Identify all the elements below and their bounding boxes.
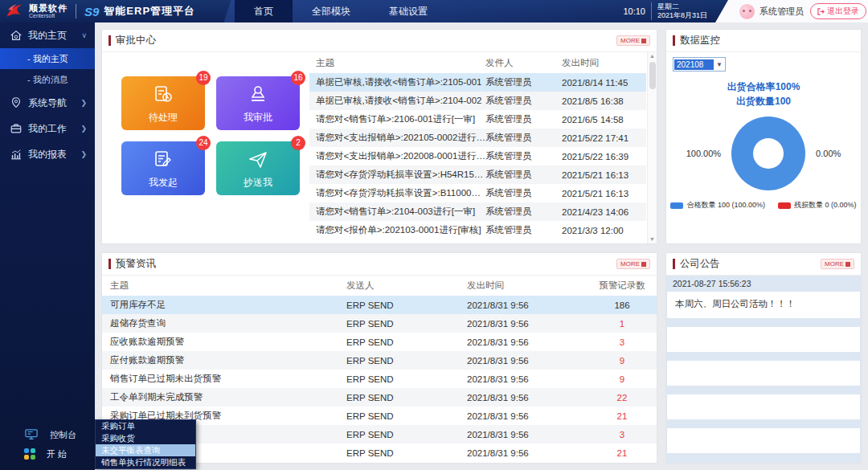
console-button[interactable]: 控制台 <box>0 425 95 444</box>
approval-scrollbar[interactable]: ▲ ▼ <box>647 52 657 243</box>
cell: 2021/5/22 16:39 <box>562 152 646 161</box>
alert-row[interactable]: 应收账款逾期预警ERP SEND2021/8/31 9:563 <box>102 333 657 351</box>
approval-row[interactable]: 单据已审核,请接收<销售订单>:2105-001系统管理员2021/8/14 1… <box>309 73 646 92</box>
title-accent-bar <box>108 35 111 46</box>
company-logo-icon <box>5 2 24 21</box>
tile-cc-me[interactable]: 2 抄送我 <box>216 141 300 195</box>
sidebar-item-my-reports[interactable]: 我的报表 ❯ <box>0 141 95 167</box>
cell: 应付账款逾期预警 <box>102 354 346 366</box>
cell: 可用库存不足 <box>102 299 346 311</box>
clock-date-block: 星期二 2021年8月31日 <box>651 2 707 20</box>
sidebar-item-system-nav[interactable]: 系统导航 ❯ <box>0 90 95 116</box>
alert-row[interactable]: 应付账款逾期预警ERP SEND2021/8/31 9:569 <box>102 351 657 370</box>
cell: 22 <box>588 393 657 403</box>
announcements-more-button[interactable]: MORE <box>821 259 854 269</box>
approval-row[interactable]: 单据已审核,请接收<销售订单>:2104-002系统管理员2021/8/5 16… <box>309 92 646 110</box>
approval-row[interactable]: 请您对<支出报销单>:202105-0002进行[审核]系统管理员2021/5/… <box>309 129 646 147</box>
period-select-value: 202108 <box>674 59 714 70</box>
alert-row[interactable]: 可用库存不足ERP SEND2021/8/31 9:56186 <box>102 296 657 314</box>
tile-label: 待处理 <box>149 111 178 125</box>
approval-row[interactable]: 请您对<销售订单>:2106-001进行[一审]系统管理员2021/6/5 14… <box>309 110 646 129</box>
approval-row[interactable]: 请您对<存货浮动耗损率设置>:H54R15006002进行[审核]系统管理员20… <box>309 166 646 184</box>
scroll-up-icon[interactable]: ▲ <box>649 52 655 60</box>
cell: 系统管理员 <box>485 76 562 88</box>
monitor-title: 数据监控 <box>680 34 854 47</box>
legend-qualified: 合格数量 100 (100.00%) <box>670 200 765 210</box>
announcement-empty-row <box>667 428 860 453</box>
sidebar-item-my-work[interactable]: 我的工作 ❯ <box>0 116 95 141</box>
console-label: 控制台 <box>50 429 76 441</box>
cell: 超储存货查询 <box>102 317 346 329</box>
cell: 请您对<存货浮动耗损率设置>:B11000001进行[审核] <box>309 187 485 199</box>
alert-row[interactable]: 工令单到期未完成预警ERP SEND2021/8/31 9:5622 <box>102 388 657 407</box>
clock-block: 10:10 星期二 2021年8月31日 <box>623 0 707 22</box>
more-icon <box>641 262 646 267</box>
start-menu-item[interactable]: 采购收货 <box>96 432 195 444</box>
cell: ERP SEND <box>346 356 467 366</box>
announcement-date[interactable]: 2021-08-27 15:56:23 <box>666 276 861 292</box>
col-subject: 主题 <box>102 280 346 292</box>
cell: ERP SEND <box>346 430 467 439</box>
scrollbar-thumb[interactable] <box>649 62 656 89</box>
tile-my-approvals[interactable]: 16 我审批 <box>216 76 300 130</box>
alert-row[interactable]: 销售订单已过期未出货预警ERP SEND2021/8/31 9:569 <box>102 370 657 388</box>
legend-swatch-red <box>778 202 791 209</box>
cell: 系统管理员 <box>485 187 562 199</box>
approval-row[interactable]: 请您对<存货浮动耗损率设置>:B11000001进行[审核]系统管理员2021/… <box>309 184 646 202</box>
sidebar-subitem-my-messages[interactable]: - 我的消息 <box>0 69 95 90</box>
start-menu-popup: 采购订单采购收货未交平衡表查询销售单执行情况明细表 <box>95 419 196 469</box>
user-avatar[interactable] <box>739 4 755 19</box>
announcement-text[interactable]: 本周六、周日公司活动！！！ <box>667 292 860 318</box>
start-menu-item[interactable]: 未交平衡表查询 <box>96 444 195 456</box>
approval-row[interactable]: 请您对<销售订单>:2104-003进行[一审]系统管理员2021/4/23 1… <box>309 202 646 221</box>
cell: 系统管理员 <box>485 132 562 144</box>
announcements-title: 公司公告 <box>680 257 821 271</box>
cell: 单据已审核,请接收<销售订单>:2105-001 <box>309 76 485 88</box>
period-select[interactable]: 202108 ▼ <box>673 57 726 72</box>
main-content: 审批中心 MORE 19 待处理 <box>95 22 868 470</box>
clock-time: 10:10 <box>623 6 645 16</box>
cell: 请您对<存货浮动耗损率设置>:H54R15006002进行[审核] <box>309 169 485 181</box>
col-sender: 发送人 <box>346 280 467 292</box>
start-button[interactable]: 开 始 <box>0 444 95 464</box>
cell: 21 <box>588 411 657 421</box>
pass-rate-text: 出货合格率100% <box>727 80 800 94</box>
brand-area: 顺景软件 Centersoft S9 智能ERP管理平台 <box>5 0 195 22</box>
tile-pending[interactable]: 19 待处理 <box>121 76 205 130</box>
pass-rate-donut-chart[interactable] <box>731 116 805 190</box>
tab-all-modules[interactable]: 全部模块 <box>293 0 370 22</box>
start-menu-item[interactable]: 销售单执行情况明细表 <box>96 456 195 468</box>
tab-basic-settings[interactable]: 基础设置 <box>370 0 447 22</box>
more-label: MORE <box>620 37 640 44</box>
tile-my-initiated[interactable]: 24 我发起 <box>121 141 205 195</box>
scroll-down-icon[interactable]: ▼ <box>649 235 655 243</box>
approval-row[interactable]: 请您对<报价单>:202103-0001进行[审核]系统管理员2021/3/3 … <box>309 221 646 239</box>
announcement-empty-row <box>667 361 860 386</box>
top-nav-tabs: 首页 全部模块 基础设置 <box>235 0 447 22</box>
approval-row[interactable]: 请您对<支出报销单>:202008-0001进行[审核]系统管理员2021/5/… <box>309 147 646 166</box>
sidebar-subitem-my-home[interactable]: - 我的主页 <box>0 48 95 69</box>
logout-button[interactable]: 退出登录 <box>810 3 866 19</box>
data-monitor-panel: 数据监控 202108 ▼ 出货合格率100% 出货数量100 100.00% … <box>665 29 862 244</box>
alerts-more-button[interactable]: MORE <box>616 259 650 269</box>
clock-date: 2021年8月31日 <box>657 11 707 20</box>
report-chart-icon <box>10 148 23 161</box>
clock-weekday: 星期二 <box>657 2 707 11</box>
tile-badge: 24 <box>196 136 211 150</box>
approval-table: 主题 发件人 发出时间 单据已审核,请接收<销售订单>:2105-001系统管理… <box>309 52 657 243</box>
alert-row[interactable]: 超储存货查询ERP SEND2021/8/31 9:561 <box>102 314 657 333</box>
announcement-empty-list <box>666 318 861 453</box>
stamp-icon <box>247 84 269 106</box>
cell: 系统管理员 <box>485 224 562 236</box>
tab-home[interactable]: 首页 <box>235 0 293 22</box>
start-menu-item[interactable]: 采购订单 <box>96 420 195 432</box>
cell: 请您对<支出报销单>:202105-0002进行[审核] <box>309 132 485 144</box>
approval-more-button[interactable]: MORE <box>616 35 650 46</box>
user-zone: 系统管理员 退出登录 <box>715 0 868 22</box>
sidebar-item-my-home[interactable]: 我的主页 ∨ <box>0 22 95 48</box>
cell: 2021/5/21 16:13 <box>562 189 646 198</box>
cell: 2021/8/31 9:56 <box>467 337 588 347</box>
cell: 2021/8/31 9:56 <box>467 300 588 310</box>
announcements-titlebar: 公司公告 MORE <box>666 253 861 276</box>
chevron-down-icon: ▼ <box>714 61 725 68</box>
